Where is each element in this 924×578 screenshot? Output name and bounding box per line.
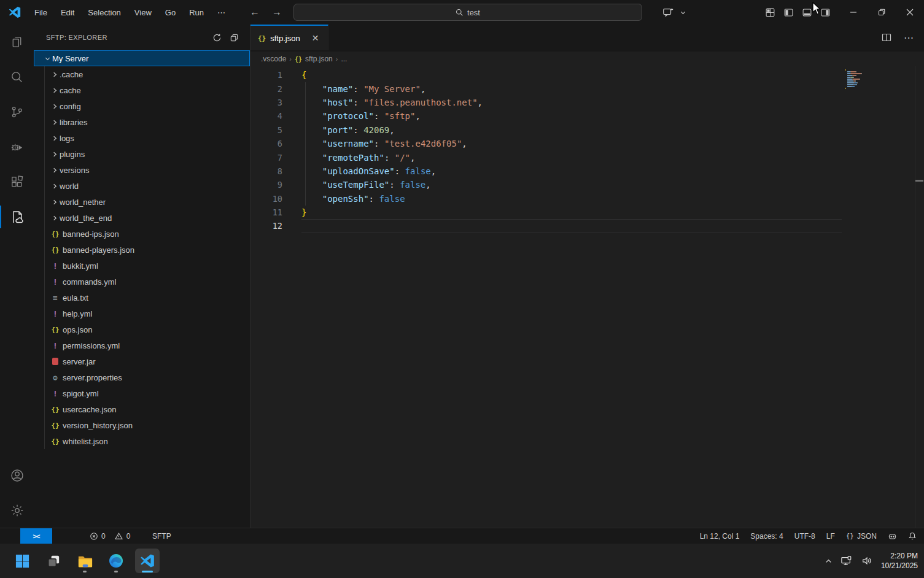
activity-item-accounts[interactable] — [0, 458, 34, 493]
customize-layout-button[interactable] — [761, 3, 779, 21]
tree-item-versions[interactable]: versions — [34, 162, 250, 178]
code-line-10: 10 "openSsh": false — [250, 192, 924, 206]
code-editor[interactable]: 1{2 "name": "My Server",3 "host": "files… — [250, 66, 924, 528]
menu-run[interactable]: Run — [182, 6, 211, 20]
line-number: 7 — [250, 153, 301, 163]
warning-count: 0 — [126, 532, 131, 541]
split-editor-button[interactable] — [877, 28, 896, 47]
tray-chevron-up-icon[interactable] — [825, 557, 833, 565]
volume-icon[interactable] — [861, 555, 873, 566]
tree-item-world[interactable]: world — [34, 178, 250, 194]
code-text: "openSsh": false — [301, 194, 405, 204]
tree-item-usercache-json[interactable]: {}usercache.json — [34, 401, 250, 417]
breadcrumb-folder[interactable]: .vscode — [261, 55, 286, 63]
tab-close-icon[interactable]: ✕ — [309, 32, 322, 44]
activity-item-explorer[interactable] — [0, 25, 34, 60]
minimize-button[interactable] — [839, 0, 868, 25]
editor-scrollbar[interactable] — [915, 66, 924, 528]
tree-item-banned-ips-json[interactable]: {}banned-ips.json — [34, 226, 250, 242]
tree-item-libraries[interactable]: libraries — [34, 114, 250, 130]
activity-item-sftp-explorer[interactable] — [0, 199, 34, 234]
tree-item-ops-json[interactable]: {}ops.json — [34, 322, 250, 337]
more-menu-button[interactable]: ⋯ — [211, 6, 232, 20]
refresh-button[interactable] — [209, 30, 224, 45]
tab-bar: {} sftp.json ✕ ⋯ — [250, 25, 924, 52]
taskbar-start-button[interactable] — [10, 549, 34, 573]
tree-item-label: versions — [60, 166, 89, 175]
indentation-status[interactable]: Spaces: 4 — [745, 532, 788, 541]
active-app-indicator — [142, 571, 153, 572]
copilot-chat-button[interactable] — [659, 3, 677, 21]
more-actions-button[interactable]: ⋯ — [899, 28, 918, 47]
forward-arrow-button[interactable]: → — [269, 5, 285, 20]
tree-item-label: spigot.yml — [63, 389, 99, 398]
tree-item-banned-players-json[interactable]: {}banned-players.json — [34, 242, 250, 258]
menu-edit[interactable]: Edit — [54, 6, 81, 20]
tree-item-cache[interactable]: cache — [34, 82, 250, 98]
tree-item-help-yml[interactable]: !help.yml — [34, 306, 250, 322]
tree-item-server-properties[interactable]: ⚙server.properties — [34, 369, 250, 385]
tree-item-version-history-json[interactable]: {}version_history.json — [34, 417, 250, 433]
language-mode-status[interactable]: {} JSON — [841, 532, 882, 541]
code-text: { — [301, 70, 306, 80]
tab-sftp-json[interactable]: {} sftp.json ✕ — [250, 25, 328, 50]
back-arrow-button[interactable]: ← — [247, 5, 263, 20]
tree-item-eula-txt[interactable]: ≡eula.txt — [34, 290, 250, 306]
taskbar-vscode-button[interactable] — [135, 549, 160, 573]
cursor-position-status[interactable]: Ln 12, Col 1 — [694, 532, 745, 541]
tree-item-spigot-yml[interactable]: !spigot.yml — [34, 385, 250, 401]
encoding-status[interactable]: UTF-8 — [789, 532, 821, 541]
network-icon[interactable] — [841, 555, 853, 566]
tree-item-permissions-yml[interactable]: !permissions.yml — [34, 337, 250, 353]
toggle-panel-button[interactable] — [798, 3, 816, 21]
activity-item-search[interactable] — [0, 60, 34, 94]
activity-item-source-control[interactable] — [0, 94, 34, 129]
notifications-bell-icon[interactable] — [903, 531, 918, 541]
tree-item-logs[interactable]: logs — [34, 130, 250, 146]
tree-item-world-the-end[interactable]: world_the_end — [34, 210, 250, 226]
chevron-right-icon — [50, 151, 60, 158]
line-number: 12 — [250, 221, 301, 231]
toggle-primary-sidebar-button[interactable] — [779, 3, 798, 21]
taskbar-task-view-button[interactable] — [41, 549, 66, 573]
title-bar: FileEditSelectionViewGoRun⋯ ← → test — [0, 0, 924, 25]
minimap[interactable] — [845, 69, 869, 91]
tree-item-server-jar[interactable]: server.jar — [34, 353, 250, 369]
menu-file[interactable]: File — [28, 6, 54, 20]
tree-item-cache[interactable]: .cache — [34, 66, 250, 82]
restore-button[interactable] — [868, 0, 896, 25]
taskbar-edge-button[interactable] — [104, 549, 128, 573]
activity-item-extensions[interactable] — [0, 164, 34, 199]
copilot-status-icon[interactable] — [882, 532, 903, 541]
menu-selection[interactable]: Selection — [81, 6, 127, 20]
problems-status[interactable]: 0 0 — [90, 532, 130, 541]
activity-item-run-debug[interactable] — [0, 129, 34, 164]
title-bar-right — [659, 0, 924, 25]
taskbar-clock[interactable]: 2:20 PM 10/21/2025 — [881, 551, 918, 571]
menu-go[interactable]: Go — [158, 6, 182, 20]
tree-item-whitelist-json[interactable]: {}whitelist.json — [34, 433, 250, 449]
remote-indicator-button[interactable]: >< — [20, 528, 52, 544]
scrollbar-handle[interactable] — [915, 180, 923, 182]
eol-status[interactable]: LF — [821, 532, 841, 541]
tree-item-plugins[interactable]: plugins — [34, 146, 250, 162]
tree-item-commands-yml[interactable]: !commands.yml — [34, 274, 250, 290]
tree-item-world-nether[interactable]: world_nether — [34, 194, 250, 210]
toggle-secondary-sidebar-button[interactable] — [816, 3, 834, 21]
taskbar-file-explorer-button[interactable] — [72, 549, 97, 573]
tree-item-my-server[interactable]: My Server — [34, 50, 250, 66]
tree-item-config[interactable]: config — [34, 98, 250, 114]
tree-item-bukkit-yml[interactable]: !bukkit.yml — [34, 258, 250, 274]
command-center-search[interactable]: test — [293, 4, 642, 21]
breadcrumb-symbol[interactable]: ... — [341, 55, 347, 63]
breadcrumb-file[interactable]: sftp.json — [305, 55, 333, 63]
chevron-down-icon[interactable] — [677, 3, 688, 21]
menu-view[interactable]: View — [128, 6, 158, 20]
close-button[interactable] — [896, 0, 924, 25]
chevron-right-icon — [50, 103, 60, 110]
open-sftp-settings-button[interactable] — [227, 30, 241, 45]
json-file-icon: {} — [50, 326, 61, 334]
activity-item-settings[interactable] — [0, 493, 34, 528]
sftp-status-item[interactable]: SFTP — [145, 532, 179, 541]
code-line-6: 6 "username": "test.e42d6f05", — [250, 137, 924, 150]
